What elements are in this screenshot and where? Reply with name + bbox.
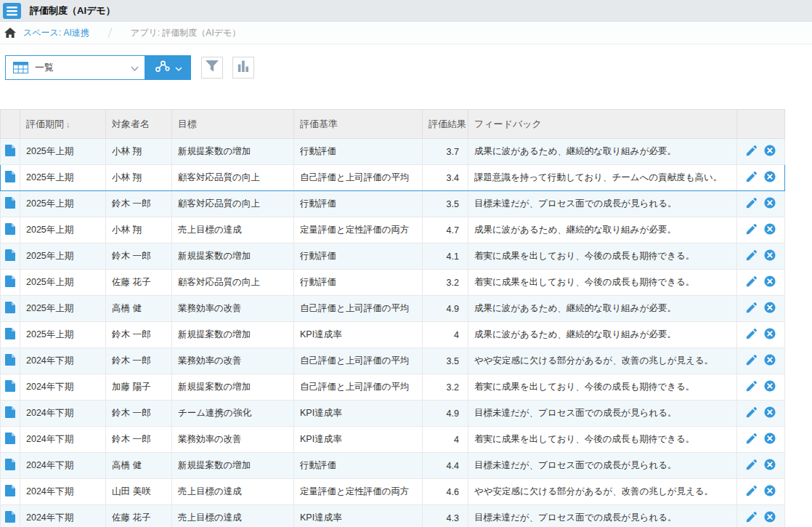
cell-goal: チーム連携の強化 <box>172 401 294 427</box>
cell-name: 鈴木 一郎 <box>106 244 172 270</box>
edit-record-icon[interactable] <box>746 198 757 211</box>
edit-record-icon[interactable] <box>746 381 757 394</box>
column-header-criteria[interactable]: 評価基準 <box>294 110 423 139</box>
record-detail-icon[interactable] <box>5 275 15 289</box>
cell-criteria: KPI達成率 <box>294 505 423 527</box>
column-header-result[interactable]: 評価結果 <box>423 110 468 139</box>
delete-record-icon[interactable] <box>764 354 776 368</box>
record-icon-cell <box>1 453 20 479</box>
chart-button[interactable] <box>232 57 254 79</box>
cell-result: 3.2 <box>423 270 468 296</box>
delete-record-icon[interactable] <box>764 511 776 525</box>
actions-cell <box>737 374 785 401</box>
column-header-period[interactable]: 評価期間↓ <box>20 110 106 139</box>
edit-record-icon[interactable] <box>746 276 757 289</box>
edit-record-icon[interactable] <box>746 224 757 237</box>
cell-feedback: 課題意識を持って行動しており、チームへの貢献度も高い。 <box>468 165 737 191</box>
record-detail-icon[interactable] <box>5 511 15 525</box>
cell-feedback: 成果に波があるため、継続的な取り組みが必要。 <box>468 217 737 244</box>
breadcrumb: スペース: AI連携 アプリ: 評価制度（AIデモ） <box>0 22 812 44</box>
record-icon-cell <box>1 401 20 427</box>
record-detail-icon[interactable] <box>5 223 15 237</box>
cell-result: 4.4 <box>423 453 468 479</box>
filter-button[interactable] <box>201 57 223 79</box>
record-detail-icon[interactable] <box>5 197 15 211</box>
edit-record-icon[interactable] <box>746 512 757 525</box>
edit-record-icon[interactable] <box>746 250 757 263</box>
column-header-goal[interactable]: 目標 <box>172 110 294 139</box>
edit-record-icon[interactable] <box>746 486 757 499</box>
record-detail-icon[interactable] <box>5 145 15 158</box>
edit-record-icon[interactable] <box>746 433 757 446</box>
record-detail-icon[interactable] <box>5 354 15 368</box>
delete-record-icon[interactable] <box>764 171 776 185</box>
cell-criteria: 定量評価と定性評価の両方 <box>294 479 423 505</box>
edit-record-icon[interactable] <box>746 145 757 158</box>
cell-result: 4.3 <box>423 505 468 527</box>
edit-record-icon[interactable] <box>746 459 757 472</box>
record-detail-icon[interactable] <box>5 249 15 263</box>
delete-record-icon[interactable] <box>764 459 776 472</box>
record-detail-icon[interactable] <box>5 328 15 342</box>
cell-period: 2025年上期 <box>20 139 106 165</box>
delete-record-icon[interactable] <box>764 275 776 289</box>
hamburger-menu-icon[interactable] <box>3 3 21 19</box>
cell-name: 鈴木 一郎 <box>106 348 172 374</box>
cell-feedback: 着実に成果を出しており、今後の成長も期待できる。 <box>468 427 737 453</box>
cell-goal: 新規提案数の増加 <box>172 374 294 401</box>
cell-feedback: やや安定感に欠ける部分があるが、改善の兆しが見える。 <box>468 479 737 505</box>
actions-cell <box>737 217 785 244</box>
actions-cell <box>737 270 785 296</box>
delete-record-icon[interactable] <box>764 145 776 158</box>
delete-record-icon[interactable] <box>764 302 776 315</box>
graph-view-button[interactable] <box>145 55 191 80</box>
cell-period: 2025年上期 <box>20 270 106 296</box>
column-header-feedback[interactable]: フィードバック <box>468 110 737 139</box>
cell-period: 2024年下期 <box>20 401 106 427</box>
table-row: 2024年下期鈴木 一郎チーム連携の強化KPI達成率4.9目標未達だが、プロセス… <box>1 401 785 427</box>
delete-record-icon[interactable] <box>764 249 776 263</box>
edit-record-icon[interactable] <box>746 355 757 368</box>
record-icon-cell <box>1 479 20 505</box>
cell-name: 鈴木 一郎 <box>106 401 172 427</box>
home-icon[interactable] <box>4 28 16 38</box>
toolbar: 一覧 <box>0 44 812 109</box>
table-row: 2024年下期鈴木 一郎業務効率の改善KPI達成率4着実に成果を出しており、今後… <box>1 427 785 453</box>
funnel-icon <box>206 60 219 75</box>
record-detail-icon[interactable] <box>5 302 15 315</box>
record-detail-icon[interactable] <box>5 459 15 472</box>
edit-record-icon[interactable] <box>746 302 757 315</box>
cell-name: 鈴木 一郎 <box>106 427 172 453</box>
delete-record-icon[interactable] <box>764 223 776 237</box>
cell-criteria: 定量評価と定性評価の両方 <box>294 217 423 244</box>
breadcrumb-space-link[interactable]: スペース: AI連携 <box>23 27 89 39</box>
column-header-name[interactable]: 対象者名 <box>106 110 172 139</box>
record-detail-icon[interactable] <box>5 433 15 446</box>
cell-goal: 業務効率の改善 <box>172 296 294 322</box>
delete-record-icon[interactable] <box>764 328 776 342</box>
table-row: 2024年下期山田 美咲売上目標の達成定量評価と定性評価の両方4.6やや安定感に… <box>1 479 785 505</box>
delete-record-icon[interactable] <box>764 197 776 211</box>
record-detail-icon[interactable] <box>5 406 15 420</box>
edit-record-icon[interactable] <box>746 407 757 420</box>
delete-record-icon[interactable] <box>764 433 776 446</box>
cell-result: 3.5 <box>423 191 468 217</box>
delete-record-icon[interactable] <box>764 406 776 420</box>
cell-goal: 売上目標の達成 <box>172 505 294 527</box>
bar-chart-icon <box>237 60 249 75</box>
cell-result: 4.9 <box>423 401 468 427</box>
edit-record-icon[interactable] <box>746 329 757 342</box>
cell-feedback: 成果に波があるため、継続的な取り組みが必要。 <box>468 322 737 348</box>
edit-record-icon[interactable] <box>746 172 757 185</box>
view-selector-dropdown[interactable]: 一覧 <box>5 55 145 80</box>
record-detail-icon[interactable] <box>5 485 15 499</box>
record-icon-cell <box>1 374 20 401</box>
view-selector-label: 一覧 <box>35 61 131 74</box>
delete-record-icon[interactable] <box>764 380 776 394</box>
cell-result: 3.5 <box>423 348 468 374</box>
record-detail-icon[interactable] <box>5 171 15 185</box>
record-detail-icon[interactable] <box>5 380 15 394</box>
table-row: 2024年下期鈴木 一郎業務効率の改善自己評価と上司評価の平均3.5やや安定感に… <box>1 348 785 374</box>
delete-record-icon[interactable] <box>764 485 776 499</box>
cell-criteria: KPI達成率 <box>294 322 423 348</box>
